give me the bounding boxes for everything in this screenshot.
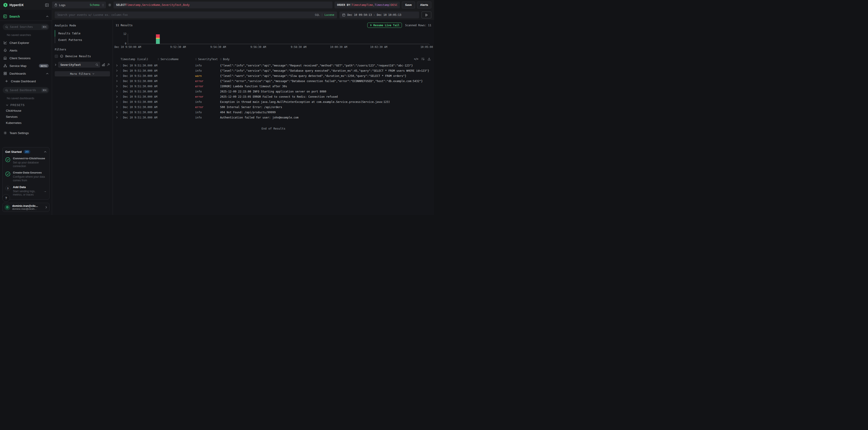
bar-chart-icon[interactable] (102, 63, 105, 66)
denoise-checkbox[interactable] (55, 55, 58, 58)
x-axis-tick (128, 44, 128, 45)
sidebar-item-dashboards[interactable]: Dashboards (0, 70, 52, 77)
table-tools: </> (414, 57, 431, 61)
table-row[interactable]: Dec 10 9:51:30.000 AMinfoAuthentication … (116, 115, 431, 120)
cell-timestamp: Dec 10 9:51:30.000 AM (121, 106, 158, 109)
resume-live-tail-button[interactable]: Resume Live Tail (367, 23, 402, 28)
expand-row-icon[interactable] (116, 95, 121, 98)
table-row[interactable]: Dec 10 9:51:30.000 AMinfoException in th… (116, 99, 431, 104)
col-body[interactable]: Body (220, 58, 406, 61)
user-profile-card[interactable]: D dominic.tran@clic... dominic.tran@clic… (2, 203, 50, 212)
expand-row-icon[interactable] (116, 69, 121, 72)
sidebar-section-search[interactable]: Search (0, 10, 52, 21)
preset-clickhouse[interactable]: ClickHouse (0, 108, 52, 114)
chevron-up-icon[interactable] (46, 15, 49, 18)
wrap-lines-icon[interactable] (421, 57, 425, 61)
select-chevrons-icon (102, 4, 104, 6)
grip-icon[interactable] (220, 58, 222, 60)
search-icon[interactable] (95, 63, 98, 66)
saved-dashboards-input[interactable] (10, 89, 39, 92)
chevron-right-icon[interactable] (55, 64, 57, 66)
grip-icon[interactable] (195, 58, 197, 60)
save-button[interactable]: Save (402, 2, 415, 8)
sql-mode-toggle[interactable]: SQL (315, 13, 320, 16)
col-timestamp[interactable]: Timestamp (Local) (121, 58, 158, 61)
expand-row-icon[interactable] (116, 116, 121, 119)
expand-row-icon[interactable] (116, 75, 121, 77)
table-row[interactable]: Dec 10 9:51:30.000 AMinfo{"level":"info"… (116, 63, 431, 68)
sidebar-item-alerts[interactable]: Alerts (0, 46, 52, 54)
expand-row-icon[interactable] (116, 106, 121, 108)
chevron-down-icon (92, 73, 95, 75)
chevron-up-icon[interactable] (46, 73, 49, 75)
sidebar-item-service-map[interactable]: Service MapBETA (0, 62, 52, 70)
download-icon[interactable] (428, 57, 431, 61)
table-row[interactable]: Dec 10 9:51:30.000 AMerror500 Internal S… (116, 104, 431, 110)
cell-body: {"level":"info","service":"api","message… (220, 64, 431, 67)
col-servicename-label: ServiceName (161, 58, 179, 61)
tab-event-patterns[interactable]: Event Patterns (55, 37, 110, 43)
table-row[interactable]: Dec 10 9:51:30.000 AMerror[ERROR] Lambda… (116, 84, 431, 89)
expand-row-icon[interactable] (116, 80, 121, 82)
lucene-mode-toggle[interactable]: Lucene (324, 13, 334, 16)
resume-live-tail-label: Resume Live Tail (373, 24, 400, 27)
bar-segment-info[interactable] (156, 39, 160, 44)
histogram-bar[interactable] (156, 33, 160, 44)
table-row[interactable]: Dec 10 9:51:30.000 AMinfo2025-12-09 22:1… (116, 89, 431, 94)
get-started-header[interactable]: Get Started 2/3 (5, 150, 46, 154)
brand-name: HyperDX (9, 3, 24, 7)
preset-kubernetes[interactable]: Kubernetes (0, 120, 52, 126)
source-select[interactable]: Logs Schema (52, 2, 106, 8)
expand-row-icon[interactable] (116, 85, 121, 88)
tab-results-table[interactable]: Results Table (55, 30, 110, 37)
sidebar-item-chart-explorer[interactable]: Chart Explorer (0, 39, 52, 46)
denoise-results-row[interactable]: Denoise Results (55, 55, 110, 58)
bar-segment-error[interactable] (156, 34, 160, 38)
table-row[interactable]: Dec 10 9:51:30.000 AMerror2025-12-09 22:… (116, 94, 431, 99)
cell-body: 500 Internal Server Error: /api/orders (220, 106, 431, 109)
get-started-step-create-data-sources[interactable]: Create Data SourcesConfigure where your … (5, 171, 46, 182)
chevron-up-icon[interactable] (44, 151, 46, 153)
table-row[interactable]: Dec 10 9:51:30.000 AMwarn{"level":"warn"… (116, 73, 431, 78)
table-row[interactable]: Dec 10 9:51:30.000 AMerror{"level":"erro… (116, 78, 431, 84)
col-body-label: Body (223, 58, 229, 61)
more-filters-button[interactable]: More filters (55, 71, 110, 76)
table-row[interactable]: Dec 10 9:51:30.000 AMinfo404 Not Found: … (116, 110, 431, 115)
col-severitytext[interactable]: SeverityText (195, 58, 220, 61)
pin-icon[interactable] (107, 63, 110, 66)
saved-dashboards-search[interactable]: ⌘K (3, 87, 49, 93)
expand-row-icon[interactable] (116, 111, 121, 113)
user-email: dominic.tran@clickh... (12, 207, 43, 210)
alerts-button[interactable]: Alerts (417, 2, 431, 8)
get-started-step-connect-to-clickhouse[interactable]: Connect to ClickHouseSet up your databas… (5, 157, 46, 168)
get-started-step-add-data[interactable]: 3Add DataStart sending logs, metrics, or… (5, 186, 46, 197)
x-axis-label: 9:54:30 AM (210, 45, 226, 48)
search-icon (5, 89, 8, 92)
run-query-button[interactable] (422, 11, 431, 18)
preset-services[interactable]: Services (0, 114, 52, 120)
sidebar: Search ⌘K No saved searches Chart Explor… (0, 10, 52, 215)
saved-searches-search[interactable]: ⌘K (3, 24, 49, 30)
help-button[interactable]: ? (2, 194, 10, 202)
collapse-sidebar-icon[interactable] (45, 3, 49, 7)
event-search-input[interactable] (57, 13, 313, 16)
time-range-picker[interactable]: Dec 10 09:50:13 - Dec 10 10:05:13 (339, 11, 419, 18)
expand-row-icon[interactable] (116, 64, 121, 67)
sidebar-item-team-settings[interactable]: Team Settings (0, 129, 52, 137)
saved-searches-input[interactable] (10, 25, 39, 29)
analysis-panel: Analysis Mode Results Table Event Patter… (52, 20, 113, 215)
table-row[interactable]: Dec 10 9:51:30.000 AMinfo{"level":"info"… (116, 68, 431, 73)
severitytext-filter[interactable]: SeverityText (58, 62, 100, 68)
order-by-input[interactable]: ORDER BY (TimestampTime, Timestamp) DESC (335, 2, 400, 8)
select-query-input[interactable]: SELECT Timestamp,ServiceName,SeverityTex… (114, 2, 333, 8)
col-servicename[interactable]: ServiceName (158, 58, 195, 61)
expand-row-icon[interactable] (116, 90, 121, 93)
presets-toggle[interactable]: PRESETS (0, 100, 52, 108)
code-view-icon[interactable]: </> (414, 58, 418, 61)
source-settings-gear-icon[interactable] (108, 3, 112, 7)
sidebar-item-client-sessions[interactable]: Client Sessions (0, 54, 52, 62)
histogram-plot[interactable]: 120Dec 10 9:50:00 AM9:52:30 AM9:54:30 AM… (128, 34, 429, 44)
grip-icon[interactable] (158, 58, 159, 60)
sidebar-item-create-dashboard[interactable]: Create Dashboard (0, 77, 52, 85)
expand-row-icon[interactable] (116, 101, 121, 103)
